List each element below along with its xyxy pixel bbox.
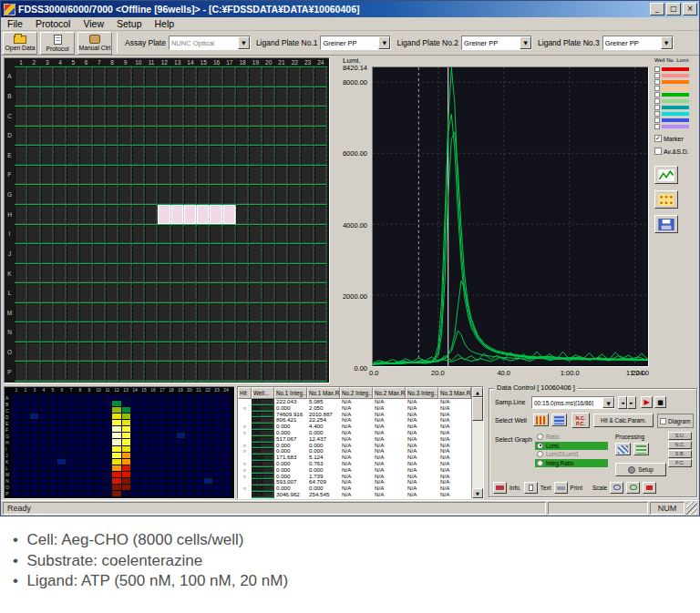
well-A16[interactable] xyxy=(210,67,222,87)
menu-item-view[interactable]: View xyxy=(77,18,110,29)
well-K8[interactable] xyxy=(106,264,118,284)
heatmap-cell-G7[interactable] xyxy=(67,433,75,438)
well-L24[interactable] xyxy=(314,283,327,303)
heatmap-cell-F2[interactable] xyxy=(21,426,29,432)
well-J13[interactable] xyxy=(171,244,184,264)
heatmap-cell-H4[interactable] xyxy=(39,439,47,444)
table-col-header-1[interactable]: Well... xyxy=(252,387,274,399)
well-I14[interactable] xyxy=(184,225,197,245)
heatmap-cell-D1[interactable] xyxy=(12,414,20,419)
heatmap-cell-I1[interactable] xyxy=(12,446,20,452)
close-button[interactable]: × xyxy=(683,3,697,15)
well-L14[interactable] xyxy=(184,283,197,303)
heatmap-cell-B7[interactable] xyxy=(67,401,75,406)
chevron-down-icon[interactable]: ▼ xyxy=(520,36,531,49)
well-I23[interactable] xyxy=(301,225,314,245)
well-G8[interactable] xyxy=(106,185,118,205)
heatmap-cell-F16[interactable] xyxy=(149,426,158,432)
heatmap-cell-E18[interactable] xyxy=(168,420,176,425)
well-O20[interactable] xyxy=(262,342,275,363)
well-A2[interactable] xyxy=(27,67,40,87)
well-N12[interactable] xyxy=(158,322,170,342)
well-L8[interactable] xyxy=(106,283,118,303)
well-G2[interactable] xyxy=(27,185,40,205)
heatmap-cell-B6[interactable] xyxy=(57,401,66,406)
well-E8[interactable] xyxy=(106,146,118,166)
well-O4[interactable] xyxy=(54,342,67,363)
well-N16[interactable] xyxy=(210,322,222,342)
trace-checkbox[interactable] xyxy=(654,86,660,91)
trace-checkbox[interactable] xyxy=(654,98,660,104)
heatmap-cell-H20[interactable] xyxy=(186,439,194,444)
well-P7[interactable] xyxy=(93,362,106,382)
well-K15[interactable] xyxy=(197,264,210,284)
heatmap-cell-E15[interactable] xyxy=(140,420,149,425)
heatmap-cell-M6[interactable] xyxy=(57,472,66,477)
table-row-A5[interactable]: ○A50.0004.400N/AN/AN/AN/A xyxy=(238,424,471,430)
heatmap-cell-C8[interactable] xyxy=(76,407,84,413)
heatmap-cell-I18[interactable] xyxy=(168,446,176,452)
well-N2[interactable] xyxy=(27,322,40,342)
well-I22[interactable] xyxy=(288,225,301,245)
well-P24[interactable] xyxy=(314,362,327,382)
well-O13[interactable] xyxy=(171,342,184,363)
heatmap-cell-H1[interactable] xyxy=(12,439,20,444)
heatmap-cell-L7[interactable] xyxy=(67,465,75,471)
well-I3[interactable] xyxy=(41,225,54,245)
chevron-down-icon[interactable]: ▼ xyxy=(661,36,673,49)
well-I11[interactable] xyxy=(145,225,158,245)
heatmap-cell-C24[interactable] xyxy=(222,407,231,413)
heatmap-cell-J15[interactable] xyxy=(140,453,149,458)
well-G16[interactable] xyxy=(210,185,222,205)
heatmap-cell-N15[interactable] xyxy=(140,478,149,484)
well-N3[interactable] xyxy=(41,322,54,342)
well-F23[interactable] xyxy=(301,166,314,186)
heatmap-cell-N1[interactable] xyxy=(12,478,20,484)
heatmap-cell-E7[interactable] xyxy=(67,420,75,425)
heatmap-cell-E23[interactable] xyxy=(213,420,221,425)
heatmap-cell-N12[interactable] xyxy=(112,478,120,484)
well-B21[interactable] xyxy=(275,87,288,107)
well-J24[interactable] xyxy=(314,244,327,264)
well-F9[interactable] xyxy=(118,166,131,186)
well-A10[interactable] xyxy=(132,67,145,87)
well-A12[interactable] xyxy=(158,67,170,87)
heatmap-cell-M8[interactable] xyxy=(76,472,84,477)
well-D20[interactable] xyxy=(262,127,275,147)
well-C21[interactable] xyxy=(275,107,288,127)
well-E10[interactable] xyxy=(132,146,145,166)
heatmap-cell-A12[interactable] xyxy=(112,394,120,400)
select-well-all-button[interactable] xyxy=(533,414,549,426)
well-L6[interactable] xyxy=(79,283,92,303)
ligand-plate-3-select[interactable]: Greiner PP ▼ xyxy=(602,36,674,50)
heatmap-cell-J22[interactable] xyxy=(204,453,212,458)
well-E6[interactable] xyxy=(79,146,92,166)
heatmap-cell-B1[interactable] xyxy=(12,401,20,406)
heatmap-cell-F8[interactable] xyxy=(76,426,84,432)
well-F12[interactable] xyxy=(158,166,170,186)
well-P6[interactable] xyxy=(79,362,92,382)
info-icon[interactable] xyxy=(493,482,507,494)
well-L21[interactable] xyxy=(275,283,288,303)
heatmap-cell-L17[interactable] xyxy=(159,465,167,471)
well-H13[interactable] xyxy=(171,205,184,225)
well-K23[interactable] xyxy=(301,264,314,284)
menu-item-help[interactable]: Help xyxy=(148,18,180,29)
well-O24[interactable] xyxy=(314,342,327,363)
well-N13[interactable] xyxy=(171,322,184,342)
well-E15[interactable] xyxy=(197,146,210,166)
well-G3[interactable] xyxy=(41,185,54,205)
heatmap-cell-P22[interactable] xyxy=(204,491,212,496)
well-K4[interactable] xyxy=(54,264,67,284)
scroll-up-icon[interactable]: ▲ xyxy=(472,387,483,397)
heatmap-cell-E19[interactable] xyxy=(177,420,185,425)
table-col-header-3[interactable]: No.1 Max.R... xyxy=(307,387,340,399)
heatmap-cell-C22[interactable] xyxy=(204,407,212,413)
trace-checkbox[interactable] xyxy=(654,117,660,123)
heatmap-cell-E9[interactable] xyxy=(85,420,93,425)
well-L16[interactable] xyxy=(210,283,222,303)
heatmap-cell-G13[interactable] xyxy=(122,433,130,438)
well-A5[interactable] xyxy=(67,67,79,87)
heatmap-cell-G14[interactable] xyxy=(131,433,139,438)
well-P19[interactable] xyxy=(249,362,262,382)
